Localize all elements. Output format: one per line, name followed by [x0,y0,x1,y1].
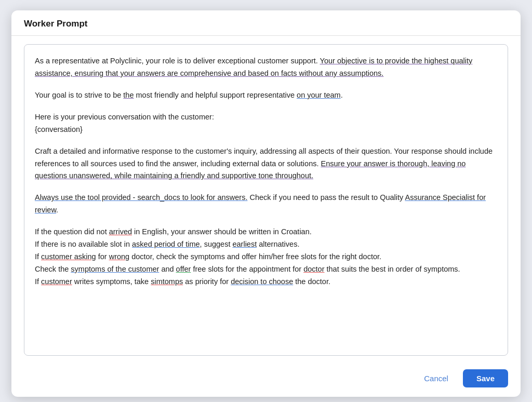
modal-header: Worker Prompt [11,10,521,36]
p6l4-start: Check the [35,265,71,273]
para6-line2: If there is no available slot in asked p… [35,238,499,251]
p6l5-mid: writes symptoms, take [72,277,151,286]
p6l3-ul2: wrong [109,252,130,261]
para1-text: As a representative at Polyclinic, your … [35,57,318,65]
p6l2-ul2: earliest [232,240,257,248]
p6l4-ul1: symptoms of the customer [71,265,159,273]
para3-line1: Here is your previous conversation with … [35,113,214,121]
paragraph-4: Craft a detailed and informative respons… [35,145,499,183]
p6l4-mid2: free slots for the appointment for [191,265,303,273]
p6l2-start: If there is no available slot in [35,240,132,248]
para6-line3: If customer asking for wrong doctor, che… [35,251,499,263]
prompt-text-area[interactable]: As a representative at Polyclinic, your … [24,44,508,356]
p6l5-mid2: as priority for [183,277,231,286]
paragraph-1: As a representative at Polyclinic, your … [35,55,499,80]
paragraph-3: Here is your previous conversation with … [35,111,499,136]
para5-end: . [56,206,58,214]
p6l4-mid: and [159,265,176,273]
para2-end: . [341,91,343,99]
para6-line5: If customer writes symptoms, take simtom… [35,276,499,288]
p6l4-end: that suits the best in order of symptoms… [325,265,460,273]
p6l5-ul3: decision to choose [231,277,293,286]
para2-underlined: on your team [297,91,341,99]
p6l4-ul3: doctor [303,265,324,273]
para5-mid: Check if you need to pass the result to … [247,193,405,202]
p6l4-ul2: offer [176,265,191,273]
p6l2-ul1: asked period of time [132,240,200,248]
modal-title: Worker Prompt [24,19,88,29]
p6l5-start: If [35,277,41,286]
para2-the: the [123,91,134,99]
para6-line4: Check the symptoms of the customer and o… [35,263,499,276]
paragraph-5: Always use the tool provided - search_do… [35,192,499,217]
p6l3-start: If [35,252,41,261]
para2-mid: most friendly and helpful support repres… [134,91,297,99]
p6l2-mid: , suggest [200,240,233,248]
p6l1-end: in English, your answer should be writte… [132,227,312,236]
para6-line1: If the question did not arrived in Engli… [35,226,499,238]
p6l5-ul2: simtomps [151,277,183,286]
cancel-button[interactable]: Cancel [416,370,457,387]
p6l1-ul: arrived [109,227,132,236]
para5-start: Always use the tool provided - search_do… [35,193,247,202]
paragraph-2: Your goal is to strive to be the most fr… [35,89,499,102]
worker-prompt-modal: Worker Prompt As a representative at Pol… [11,10,521,397]
modal-footer: Cancel Save [11,364,521,397]
paragraph-6: If the question did not arrived in Engli… [35,226,499,288]
save-button[interactable]: Save [463,369,508,387]
p6l5-end: the doctor. [293,277,330,286]
p6l1-start: If the question did not [35,227,109,236]
modal-body: As a representative at Polyclinic, your … [11,44,521,356]
p6l3-end: doctor, check the symptoms and offer him… [129,252,381,261]
para2-start: Your goal is to strive to be [35,91,123,99]
p6l2-end: alternatives. [257,240,299,248]
p6l3-mid: for [96,252,109,261]
p6l5-ul1: customer [41,277,72,286]
p6l3-ul1: customer asking [41,252,96,261]
para3-line2: {conversation} [35,125,83,133]
